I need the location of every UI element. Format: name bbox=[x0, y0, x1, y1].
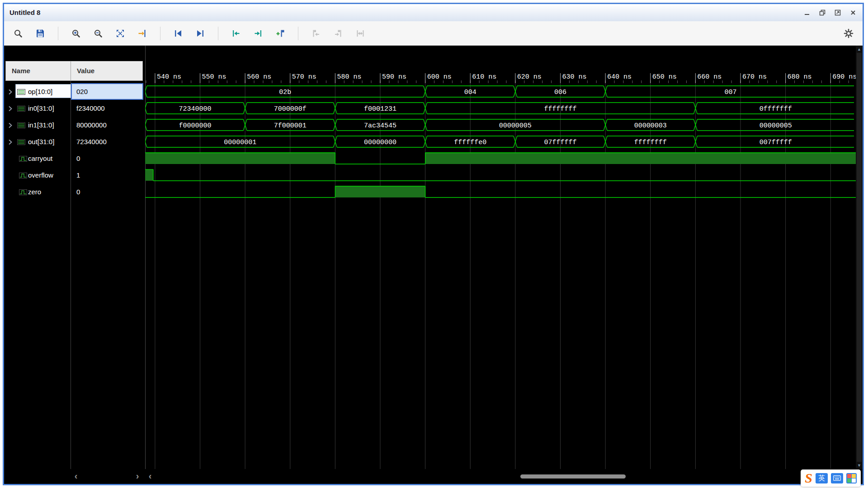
svg-text:ffffffe0: ffffffe0 bbox=[454, 139, 486, 146]
minimize-icon bbox=[804, 9, 810, 16]
toolbar bbox=[4, 21, 863, 46]
signal-row[interactable]: overflow1 bbox=[5, 167, 143, 183]
vertical-scroll-thumb[interactable] bbox=[857, 53, 862, 462]
content-area: Name Value op[10:0]020in0[31:0]f2340000i… bbox=[4, 46, 863, 484]
wave-scroll-left-icon[interactable] bbox=[147, 469, 153, 484]
expand-chevron-icon[interactable] bbox=[8, 105, 12, 113]
svg-text:07ffffff: 07ffffff bbox=[544, 139, 576, 146]
svg-text:00000005: 00000005 bbox=[760, 122, 792, 130]
previous-marker-button bbox=[308, 26, 324, 41]
value-column-header[interactable]: Value bbox=[71, 61, 143, 81]
zoom-in-button[interactable] bbox=[68, 26, 84, 41]
horizontal-scroll-thumb[interactable] bbox=[520, 474, 626, 479]
swap-cursors-icon bbox=[355, 28, 365, 38]
go-to-last-time-button[interactable] bbox=[193, 26, 208, 41]
bottom-scrollbar-strip bbox=[4, 469, 856, 484]
zoom-out-button[interactable] bbox=[90, 26, 106, 41]
signal-row[interactable]: in1[31:0]80000000 bbox=[5, 117, 143, 133]
toolbar-separator bbox=[58, 27, 58, 40]
toolbar-separator bbox=[298, 27, 298, 40]
svg-text:590 ns: 590 ns bbox=[382, 73, 406, 81]
svg-text:600 ns: 600 ns bbox=[427, 73, 452, 81]
vertical-scrollbar[interactable] bbox=[856, 46, 863, 469]
signal-row[interactable]: in0[31:0]f2340000 bbox=[5, 100, 143, 117]
save-button[interactable] bbox=[33, 26, 48, 41]
svg-text:00000003: 00000003 bbox=[634, 122, 667, 130]
titlebar[interactable]: Untitled 8 bbox=[4, 4, 863, 22]
close-button[interactable] bbox=[848, 8, 858, 18]
sogou-logo[interactable]: S bbox=[805, 471, 812, 485]
bus-signal-icon bbox=[17, 89, 25, 97]
signal-row[interactable]: out[31:0]72340000 bbox=[5, 133, 143, 150]
expand-chevron-icon[interactable] bbox=[8, 89, 12, 97]
signal-value: 1 bbox=[71, 167, 143, 183]
svg-text:650 ns: 650 ns bbox=[652, 73, 677, 81]
close-icon bbox=[850, 9, 856, 16]
svg-text:550 ns: 550 ns bbox=[202, 73, 226, 81]
signal-name: in1[31:0] bbox=[28, 117, 54, 133]
ime-toolbar: S 英 bbox=[801, 469, 861, 487]
restore-icon bbox=[819, 9, 826, 16]
names-scroll-left-icon[interactable] bbox=[73, 469, 79, 484]
name-column-header[interactable]: Name bbox=[5, 61, 71, 81]
zoom-fit-icon bbox=[115, 28, 125, 38]
signal-row[interactable]: op[10:0]020 bbox=[5, 83, 143, 100]
svg-text:72340000: 72340000 bbox=[179, 105, 212, 113]
next-transition-button[interactable] bbox=[250, 26, 266, 41]
logic-signal-icon bbox=[19, 155, 27, 164]
svg-text:00000001: 00000001 bbox=[224, 139, 256, 146]
settings-button[interactable] bbox=[841, 26, 856, 41]
keyboard-icon[interactable] bbox=[831, 473, 843, 483]
float-button[interactable] bbox=[833, 8, 843, 18]
zoom-out-icon bbox=[93, 28, 103, 38]
svg-text:580 ns: 580 ns bbox=[337, 73, 361, 81]
signal-value: f2340000 bbox=[71, 100, 143, 117]
svg-text:ffffffff: ffffffff bbox=[544, 105, 576, 113]
search-button[interactable] bbox=[10, 26, 26, 41]
logic-signal-icon bbox=[19, 172, 27, 180]
signal-row[interactable]: carryout0 bbox=[5, 150, 143, 167]
svg-text:7f000001: 7f000001 bbox=[274, 122, 307, 130]
waveform-canvas[interactable]: 540 ns550 ns560 ns570 ns580 ns590 ns600 … bbox=[145, 46, 856, 469]
expand-chevron-icon[interactable] bbox=[8, 122, 12, 130]
add-marker-icon bbox=[275, 28, 285, 38]
svg-text:660 ns: 660 ns bbox=[697, 73, 722, 81]
svg-text:007: 007 bbox=[725, 89, 737, 96]
logic-signal-icon bbox=[19, 189, 27, 197]
window-controls bbox=[802, 4, 858, 21]
bus-signal-icon bbox=[17, 122, 25, 130]
previous-transition-button[interactable] bbox=[228, 26, 244, 41]
svg-text:630 ns: 630 ns bbox=[562, 73, 586, 81]
names-scroll-right-icon[interactable] bbox=[134, 469, 141, 484]
minimize-button[interactable] bbox=[802, 8, 812, 18]
previous-marker-icon bbox=[311, 28, 321, 38]
svg-text:f0001231: f0001231 bbox=[364, 105, 396, 113]
add-marker-button[interactable] bbox=[273, 26, 288, 41]
signal-row[interactable]: zero0 bbox=[5, 183, 143, 200]
expand-chevron-icon[interactable] bbox=[8, 139, 12, 147]
go-to-time-zero-button[interactable] bbox=[170, 26, 186, 41]
scroll-down-icon[interactable] bbox=[856, 462, 863, 469]
scroll-up-icon[interactable] bbox=[856, 46, 863, 52]
signal-name: zero bbox=[28, 183, 41, 200]
signal-name: out[31:0] bbox=[28, 133, 54, 150]
restore-button[interactable] bbox=[817, 8, 827, 18]
signal-name: op[10:0] bbox=[28, 83, 52, 100]
next-transition-icon bbox=[253, 28, 263, 38]
next-marker-button bbox=[330, 26, 346, 41]
swap-cursors-button bbox=[353, 26, 368, 41]
save-icon bbox=[35, 28, 45, 38]
svg-text:007fffff: 007fffff bbox=[760, 139, 792, 146]
waveform-svg: 540 ns550 ns560 ns570 ns580 ns590 ns600 … bbox=[145, 46, 856, 469]
window-title: Untitled 8 bbox=[9, 4, 40, 21]
apps-grid-icon[interactable] bbox=[846, 473, 857, 483]
signal-value: 0 bbox=[71, 183, 143, 200]
zoom-fit-button[interactable] bbox=[113, 26, 128, 41]
svg-text:00000005: 00000005 bbox=[499, 122, 532, 130]
zoom-to-cursor-icon bbox=[137, 28, 147, 38]
english-mode-badge[interactable]: 英 bbox=[816, 473, 828, 483]
signal-value[interactable]: 020 bbox=[71, 83, 143, 100]
zoom-to-cursor-button[interactable] bbox=[135, 26, 150, 41]
waveform-window: Untitled 8 Name Value op[10:0]020in0[31:… bbox=[3, 3, 864, 485]
svg-text:f0000000: f0000000 bbox=[179, 122, 212, 130]
